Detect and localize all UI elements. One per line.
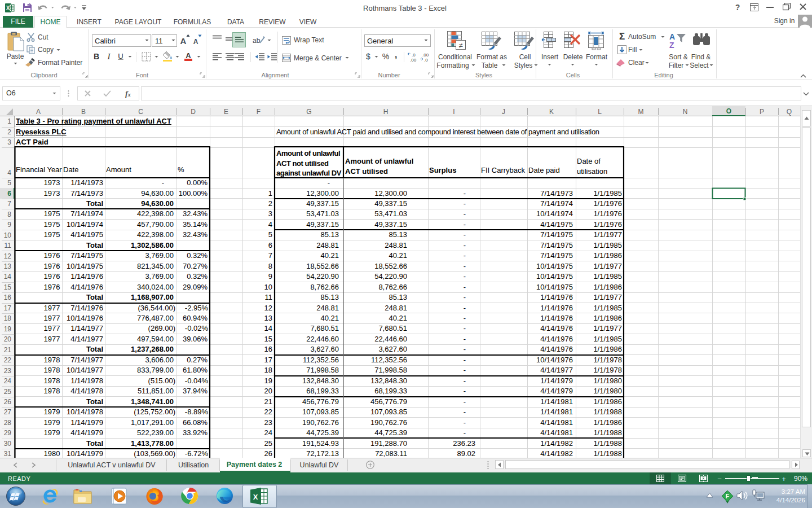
svg-text:F: F xyxy=(726,493,730,500)
svg-text:X: X xyxy=(253,493,258,501)
